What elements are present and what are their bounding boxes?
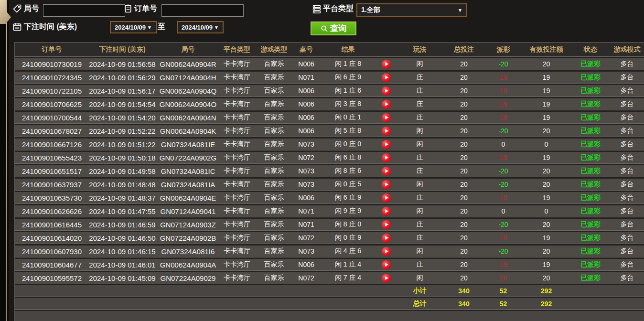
cell-valid-bet: 19 xyxy=(521,234,571,242)
cell-game-type: 百家乐 xyxy=(256,207,292,215)
cell-round-number: GN07324A081I6 xyxy=(158,247,218,256)
table-row: 241009010604677 2024-10-09 01:46:01 GN00… xyxy=(15,259,644,271)
cell-payout: 19 xyxy=(485,100,521,108)
cell-payout: 19 xyxy=(485,234,521,242)
round-filter-input[interactable] xyxy=(43,4,125,17)
play-icon[interactable] xyxy=(382,140,391,149)
cell-game-type: 百家乐 xyxy=(256,140,292,149)
play-icon[interactable] xyxy=(382,234,391,243)
cell-game-type: 百家乐 xyxy=(256,73,292,82)
cell-play-side: 闲 xyxy=(397,180,442,189)
play-icon[interactable] xyxy=(382,100,391,109)
date-from-select[interactable]: 2024/10/09 ▼ xyxy=(110,21,157,33)
cell-platform: 卡卡湾厅 xyxy=(218,193,256,202)
cell-game-type: 百家乐 xyxy=(256,86,292,95)
cell-valid-bet: 19 xyxy=(521,74,571,81)
col-header-game-mode: 游戏模式 xyxy=(610,45,644,54)
cell-total-bet: 20 xyxy=(442,247,485,255)
play-icon[interactable] xyxy=(382,113,391,122)
play-icon[interactable] xyxy=(382,260,391,269)
col-header-round: 局号 xyxy=(158,45,218,54)
play-icon[interactable] xyxy=(382,220,391,229)
cell-total-bet: 20 xyxy=(442,221,485,228)
cell-total-bet: 20 xyxy=(442,167,485,175)
bet-records-table: 订单号 下注时间 (美东) 局号 平台类型 游戏类型 桌号 结果 玩法 总投注 … xyxy=(14,42,644,321)
cell-valid-bet: 20 xyxy=(521,181,571,188)
cell-valid-bet: 0 xyxy=(521,207,571,215)
cell-order-number: 241009010655423 xyxy=(17,154,86,162)
cell-status: 已派彩 xyxy=(571,153,610,162)
cell-valid-bet: 19 xyxy=(521,154,571,161)
cell-status: 已派彩 xyxy=(571,234,610,242)
cell-status: 已派彩 xyxy=(571,207,610,215)
cell-order-number: 241009010722105 xyxy=(17,87,86,95)
cell-valid-bet: 19 xyxy=(521,194,571,202)
play-icon[interactable] xyxy=(382,167,391,176)
caret-down-icon: ▼ xyxy=(147,25,152,30)
cell-bet-time: 2024-10-09 01:51:22 xyxy=(86,140,158,149)
cell-play-side: 庄 xyxy=(397,234,442,242)
play-icon[interactable] xyxy=(382,207,391,216)
cell-play-side: 闲 xyxy=(397,274,442,282)
cell-game-type: 百家乐 xyxy=(256,247,292,256)
cell-valid-bet: 20 xyxy=(521,274,571,282)
cell-table-number: N006 xyxy=(292,87,321,95)
calendar-icon xyxy=(12,22,22,32)
cell-result: 闲 4 庄 6 xyxy=(321,247,376,256)
cell-valid-bet: 20 xyxy=(521,127,571,135)
cell-total-bet: 20 xyxy=(442,261,485,268)
cell-valid-bet: 0 xyxy=(521,140,571,148)
cell-status: 已派彩 xyxy=(571,274,610,282)
platform-type-select[interactable]: 1.全部 ▼ xyxy=(356,3,467,17)
betting-records-page: 局号 订单号 平台类型 1.全部 ▼ 下注时间 (美东) 2024/10/09 … xyxy=(0,0,644,321)
order-filter-input[interactable] xyxy=(161,4,244,17)
play-icon[interactable] xyxy=(382,247,391,256)
cell-round-number: GN00624A0904K xyxy=(158,127,218,135)
cell-replay xyxy=(376,247,397,256)
cell-platform: 卡卡湾厅 xyxy=(218,274,256,282)
col-header-order: 订单号 xyxy=(17,45,86,54)
date-to-select[interactable]: 2024/10/09 ▼ xyxy=(177,21,224,33)
query-button[interactable]: 查询 xyxy=(311,21,356,35)
play-icon[interactable] xyxy=(382,73,391,82)
cell-order-number: 241009010700544 xyxy=(17,114,86,122)
table-row: 241009010667126 2024-10-09 01:51:22 GN07… xyxy=(15,139,644,150)
table-row: 241009010722105 2024-10-09 01:56:17 GN00… xyxy=(15,85,644,97)
cell-play-side: 庄 xyxy=(397,73,442,82)
cell-result: 闲 9 庄 9 xyxy=(321,207,376,215)
cell-status: 已派彩 xyxy=(571,60,610,68)
cell-result: 闲 6 庄 8 xyxy=(321,153,376,162)
play-icon[interactable] xyxy=(382,180,391,189)
cell-payout: 19 xyxy=(485,154,521,161)
cell-total-bet: 20 xyxy=(442,181,485,188)
cell-round-number: GN00624A0904A xyxy=(158,261,218,269)
cell-bet-time: 2024-10-09 01:47:55 xyxy=(86,207,158,215)
cell-replay xyxy=(376,127,397,136)
play-icon[interactable] xyxy=(382,60,391,69)
play-icon[interactable] xyxy=(382,127,391,136)
cell-platform: 卡卡湾厅 xyxy=(218,247,256,256)
left-panel-edge xyxy=(0,0,9,321)
cell-game-mode: 多台 xyxy=(610,73,644,82)
play-icon[interactable] xyxy=(382,86,391,96)
cell-status: 已派彩 xyxy=(571,220,610,229)
cell-valid-bet: 19 xyxy=(521,114,571,121)
play-icon[interactable] xyxy=(382,193,391,203)
cell-bet-time: 2024-10-09 01:56:29 xyxy=(86,74,158,82)
cell-game-mode: 多台 xyxy=(610,153,644,162)
cell-total-bet: 20 xyxy=(442,140,485,148)
cell-payout: 0 xyxy=(485,140,521,148)
cell-replay xyxy=(376,86,397,96)
order-filter-label: 订单号 xyxy=(134,4,157,14)
cell-payout: -20 xyxy=(485,127,521,135)
play-icon[interactable] xyxy=(382,153,391,162)
col-header-table-no: 桌号 xyxy=(292,45,321,54)
cell-payout: 19 xyxy=(485,261,521,268)
cell-bet-time: 2024-10-09 01:46:59 xyxy=(86,221,158,229)
cell-game-mode: 多台 xyxy=(610,180,644,189)
cell-game-mode: 多台 xyxy=(610,113,644,122)
cell-result: 闲 6 庄 9 xyxy=(321,73,376,82)
play-icon[interactable] xyxy=(382,274,391,283)
cell-round-number: GN07124A0903Z xyxy=(158,221,218,229)
cell-bet-time: 2024-10-09 01:45:09 xyxy=(86,274,158,282)
